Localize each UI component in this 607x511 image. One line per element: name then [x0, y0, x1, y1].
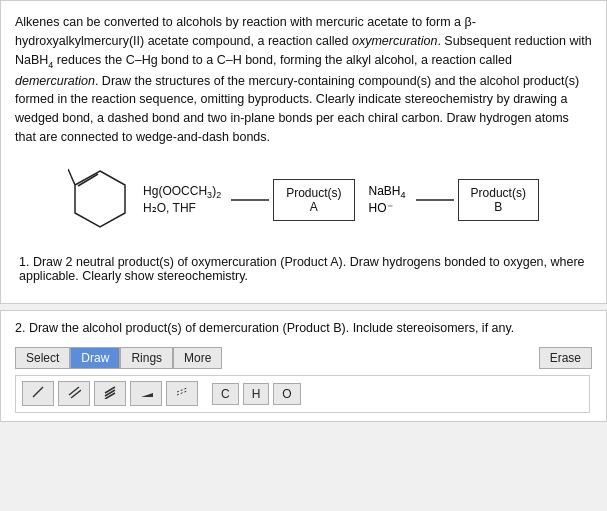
arrow2 — [414, 190, 454, 210]
triple-bond-button[interactable] — [94, 381, 126, 406]
cyclohexene-structure — [68, 161, 133, 239]
wedge-bond-button[interactable] — [130, 381, 162, 406]
svg-line-1 — [78, 174, 98, 186]
dash-bond-button[interactable] — [166, 381, 198, 406]
nabh4-block: NaBH4 HO⁻ — [369, 184, 406, 214]
oxygen-button[interactable]: O — [273, 383, 300, 405]
draw-canvas: C H O — [15, 375, 590, 413]
draw-tool-button[interactable]: Draw — [70, 347, 120, 369]
svg-line-12 — [105, 393, 115, 399]
product-a-box: Product(s) A — [273, 179, 354, 221]
svg-line-11 — [105, 390, 115, 396]
more-tool-button[interactable]: More — [173, 347, 222, 369]
carbon-button[interactable]: C — [212, 383, 239, 405]
product-b-box: Product(s) B — [458, 179, 539, 221]
hydrogen-button[interactable]: H — [243, 383, 270, 405]
reagent1-block: Hg(OOCCH3)2 H₂O, THF — [143, 184, 221, 214]
single-bond-button[interactable] — [22, 381, 54, 406]
svg-line-2 — [68, 169, 75, 185]
svg-marker-13 — [141, 393, 153, 397]
svg-marker-0 — [75, 171, 125, 227]
reagent1-bottom: H₂O, THF — [143, 201, 196, 215]
main-container: Alkenes can be converted to alcohols by … — [0, 0, 607, 422]
subquestion2-section: 2. Draw the alcohol product(s) of demerc… — [0, 310, 607, 422]
reduces-word: reduces — [57, 53, 101, 67]
erase-button[interactable]: Erase — [539, 347, 592, 369]
product-a-letter: A — [286, 200, 341, 214]
question-section: Alkenes can be converted to alcohols by … — [0, 0, 607, 304]
nabh4-formula: NaBH4 — [369, 184, 406, 200]
nabh4-condition: HO⁻ — [369, 201, 393, 215]
product-b-label: Product(s) — [471, 186, 526, 200]
svg-line-10 — [105, 387, 115, 393]
double-bond-button[interactable] — [58, 381, 90, 406]
subquestion2-text: 2. Draw the alcohol product(s) of demerc… — [15, 321, 592, 335]
reagent1-top: Hg(OOCCH3)2 — [143, 184, 221, 200]
subquestion1-container: 1. Draw 2 neutral product(s) of oxymercu… — [15, 249, 592, 293]
svg-line-9 — [71, 390, 81, 398]
subquestion1-text: 1. Draw 2 neutral product(s) of oxymercu… — [19, 255, 588, 283]
arrow1 — [229, 190, 269, 210]
product-a-label: Product(s) — [286, 186, 341, 200]
svg-line-8 — [69, 387, 79, 395]
select-tool-button[interactable]: Select — [15, 347, 70, 369]
rings-tool-button[interactable]: Rings — [120, 347, 173, 369]
question-text: Alkenes can be converted to alcohols by … — [15, 13, 592, 147]
reaction-diagram: Hg(OOCCH3)2 H₂O, THF Product(s) A NaBH — [15, 147, 592, 249]
svg-line-7 — [33, 387, 43, 397]
product-b-letter: B — [471, 200, 526, 214]
drawing-toolbar: Select Draw Rings More Erase — [15, 343, 592, 373]
